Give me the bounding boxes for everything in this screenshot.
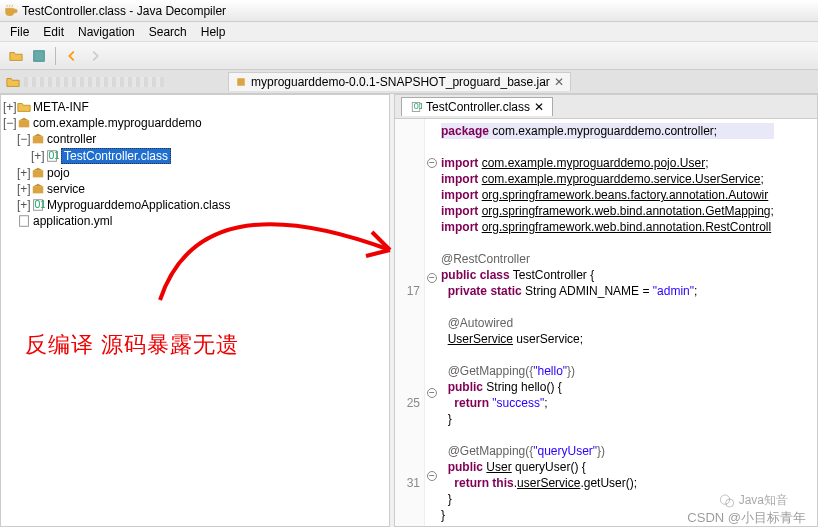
toolbar: [0, 42, 818, 70]
tree-label: pojo: [47, 166, 70, 180]
editor-tab-label: TestController.class: [426, 100, 530, 114]
project-folder[interactable]: [6, 75, 164, 89]
fold-column: [425, 119, 439, 526]
expand-toggle[interactable]: [+]: [31, 149, 43, 163]
tree-item[interactable]: application.yml: [3, 213, 387, 229]
menu-search[interactable]: Search: [143, 23, 193, 41]
close-icon[interactable]: ✕: [534, 100, 544, 114]
jar-tab-label: myproguarddemo-0.0.1-SNAPSHOT_proguard_b…: [251, 75, 550, 89]
tree-item[interactable]: [−]com.example.myproguarddemo: [3, 115, 387, 131]
close-icon[interactable]: ✕: [554, 75, 564, 89]
svg-rect-2: [19, 120, 30, 127]
forward-button[interactable]: [85, 46, 105, 66]
svg-rect-7: [33, 186, 44, 193]
main-area: [+]META-INF[−]com.example.myproguarddemo…: [0, 94, 818, 527]
save-button[interactable]: [29, 46, 49, 66]
svg-rect-10: [20, 216, 29, 227]
expand-toggle[interactable]: [+]: [17, 198, 29, 212]
tree-item[interactable]: [+]010MyproguarddemoApplication.class: [17, 197, 387, 213]
app-icon: [4, 4, 18, 18]
editor-tab-bar: 010 TestController.class ✕: [395, 95, 817, 119]
jar-icon: [235, 76, 247, 88]
tree-item[interactable]: [+]META-INF: [3, 99, 387, 115]
tree-item[interactable]: [−]controller: [17, 131, 387, 147]
window-title: TestController.class - Java Decompiler: [22, 4, 226, 18]
expand-toggle[interactable]: [+]: [17, 182, 29, 196]
menu-bar: File Edit Navigation Search Help: [0, 22, 818, 42]
redacted-path: [24, 77, 164, 87]
tree-item[interactable]: [+]service: [17, 181, 387, 197]
line-gutter: 172531: [395, 119, 425, 526]
expand-toggle[interactable]: [+]: [3, 100, 15, 114]
back-button[interactable]: [62, 46, 82, 66]
class-file-icon: 010: [410, 101, 422, 113]
expand-toggle[interactable]: [−]: [17, 132, 29, 146]
tree-label: application.yml: [33, 214, 112, 228]
tree-label: TestController.class: [61, 148, 171, 164]
tree-label: com.example.myproguarddemo: [33, 116, 202, 130]
svg-rect-1: [237, 78, 245, 86]
tree-item[interactable]: [+]010TestController.class: [31, 147, 387, 165]
menu-file[interactable]: File: [4, 23, 35, 41]
menu-help[interactable]: Help: [195, 23, 232, 41]
folder-icon: [6, 75, 20, 89]
title-bar: TestController.class - Java Decompiler: [0, 0, 818, 22]
editor-tab[interactable]: 010 TestController.class ✕: [401, 97, 553, 116]
svg-text:010: 010: [414, 101, 422, 111]
menu-edit[interactable]: Edit: [37, 23, 70, 41]
tree-label: service: [47, 182, 85, 196]
svg-rect-0: [34, 50, 45, 61]
code-pane: 010 TestController.class ✕ 172531 packag…: [394, 94, 818, 527]
separator: [55, 47, 56, 65]
open-file-button[interactable]: [6, 46, 26, 66]
package-tree[interactable]: [+]META-INF[−]com.example.myproguarddemo…: [0, 94, 390, 527]
svg-text:010: 010: [35, 198, 46, 210]
tree-item[interactable]: [+]pojo: [17, 165, 387, 181]
expand-toggle[interactable]: [+]: [17, 166, 29, 180]
code-body[interactable]: 172531 package com.example.myproguarddem…: [395, 119, 817, 526]
svg-text:010: 010: [49, 149, 60, 161]
tab-area: myproguarddemo-0.0.1-SNAPSHOT_proguard_b…: [0, 70, 818, 94]
expand-toggle[interactable]: [−]: [3, 116, 15, 130]
code-lines: package com.example.myproguarddemo.contr…: [439, 119, 780, 526]
tree-label: MyproguarddemoApplication.class: [47, 198, 230, 212]
jar-tab[interactable]: myproguarddemo-0.0.1-SNAPSHOT_proguard_b…: [228, 72, 571, 91]
svg-rect-6: [33, 170, 44, 177]
tree-label: META-INF: [33, 100, 89, 114]
svg-rect-3: [33, 136, 44, 143]
menu-navigation[interactable]: Navigation: [72, 23, 141, 41]
tree-label: controller: [47, 132, 96, 146]
